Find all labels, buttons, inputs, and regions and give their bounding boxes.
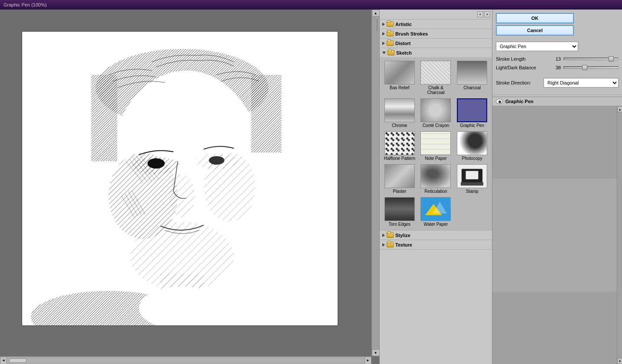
- artistic-expand-icon: [382, 23, 385, 26]
- filter-item-photocopy[interactable]: Photocopy: [455, 130, 489, 162]
- artistic-folder-icon: [387, 21, 394, 27]
- light-dark-thumb[interactable]: [582, 65, 587, 70]
- preview-scroll-down[interactable]: ▼: [617, 358, 622, 364]
- artistic-label: Artistic: [395, 22, 412, 27]
- preview-scroll-track[interactable]: [617, 112, 622, 358]
- filter-item-note[interactable]: Note Paper: [419, 130, 453, 162]
- stroke-length-value: 13: [548, 56, 561, 62]
- brush-folder-icon: [387, 31, 394, 36]
- stylize-label: Stylize: [395, 233, 410, 238]
- filter-item-stamp[interactable]: Stamp: [455, 163, 489, 195]
- preview-scrollbar[interactable]: ▲ ▼: [617, 106, 622, 364]
- scroll-up-button[interactable]: ▲: [372, 10, 380, 16]
- halftone-label: Halftone Pattern: [384, 156, 415, 161]
- charcoal-label: Charcoal: [463, 85, 481, 90]
- canvas-scroll-horizontal[interactable]: ◄ ►: [0, 356, 371, 364]
- controls-separator: [492, 94, 622, 95]
- scroll-thumb-h[interactable]: [9, 358, 26, 363]
- texture-folder-icon: [387, 242, 394, 247]
- collapse-arrows[interactable]: « »: [477, 11, 490, 17]
- filter-item-conte[interactable]: Conté Crayon: [419, 98, 453, 129]
- filter-category-sketch: Sketch Bas Relief Chalk & Charcoal: [380, 48, 492, 231]
- chrome-thumb: [384, 98, 415, 122]
- filter-item-reticulation[interactable]: Reticulation: [419, 163, 453, 195]
- canvas-area: ▲ ▼: [0, 10, 379, 364]
- reticulation-thumb: [420, 164, 451, 188]
- torn-thumb: [384, 197, 415, 221]
- scroll-track-h[interactable]: [7, 358, 365, 364]
- light-dark-value: 38: [548, 65, 561, 70]
- canvas-image: [22, 31, 338, 326]
- stroke-length-label: Stroke Length: [496, 56, 548, 62]
- scroll-left-button[interactable]: ◄: [0, 357, 7, 364]
- filter-item-torn[interactable]: Torn Edges: [382, 196, 417, 228]
- chalk-thumb: [420, 61, 451, 84]
- distort-label: Distort: [395, 41, 410, 46]
- preview-scroll-up[interactable]: ▲: [617, 106, 622, 112]
- light-dark-track[interactable]: [563, 66, 619, 69]
- filter-item-plaster[interactable]: Plaster: [382, 163, 417, 195]
- filter-category-stylize-header[interactable]: Stylize: [380, 231, 492, 240]
- stroke-direction-select[interactable]: Right Diagonal Left Diagonal Horizontal …: [544, 78, 619, 88]
- chrome-label: Chrome: [392, 123, 407, 128]
- filter-item-graphic-pen[interactable]: Graphic Pen: [455, 98, 489, 129]
- filter-list-scroll[interactable]: Artistic Brush Strokes: [380, 20, 492, 363]
- filter-category-artistic: Artistic: [380, 20, 492, 29]
- preview-label: Graphic Pen: [505, 99, 534, 104]
- sketch-expand-icon: [382, 52, 386, 54]
- plaster-thumb: [384, 164, 415, 188]
- filter-item-charcoal[interactable]: Charcoal: [455, 60, 489, 96]
- stroke-length-track[interactable]: [563, 58, 619, 60]
- photocopy-label: Photocopy: [462, 156, 482, 161]
- stroke-length-thumb[interactable]: [609, 56, 614, 62]
- filter-category-texture-header[interactable]: Texture: [380, 240, 492, 249]
- stylize-expand-icon: [382, 234, 385, 237]
- canvas-scroll-vertical[interactable]: ▲ ▼: [371, 10, 379, 356]
- filter-list-header: « »: [380, 10, 492, 20]
- svg-point-19: [147, 158, 165, 169]
- filter-category-sketch-header[interactable]: Sketch: [380, 48, 492, 57]
- filter-item-bas-relief[interactable]: Bas Relief: [382, 60, 417, 96]
- filter-select[interactable]: Graphic Pen Bas Relief Chalk & Charcoal …: [496, 42, 578, 51]
- preview-row: ▲ ▼: [492, 106, 622, 364]
- filter-category-brush-header[interactable]: Brush Strokes: [380, 29, 492, 38]
- sketch-items-grid: Bas Relief Chalk & Charcoal Charcoal: [380, 57, 492, 230]
- filter-category-stylize: Stylize: [380, 231, 492, 240]
- scroll-right-button[interactable]: ►: [365, 357, 371, 364]
- filter-item-halftone[interactable]: Halftone Pattern: [382, 130, 417, 162]
- right-panel: « » Artistic: [379, 10, 622, 364]
- filter-dropdown-area: Graphic Pen Bas Relief Chalk & Charcoal …: [492, 39, 622, 54]
- scroll-down-button[interactable]: ▼: [372, 349, 380, 356]
- preview-header: Graphic Pen: [492, 97, 622, 106]
- scroll-thumb-v[interactable]: [377, 19, 378, 32]
- bas-relief-label: Bas Relief: [390, 85, 410, 90]
- distort-expand-icon: [382, 42, 385, 45]
- preview-content: [492, 106, 617, 364]
- main-layout: ▲ ▼: [0, 10, 622, 364]
- collapse-left-button[interactable]: «: [477, 11, 483, 17]
- conte-label: Conté Crayon: [423, 123, 449, 128]
- halftone-thumb: [384, 131, 415, 155]
- ok-button[interactable]: OK: [496, 13, 574, 23]
- filter-list: « » Artistic: [380, 10, 492, 364]
- collapse-right-button[interactable]: »: [484, 11, 490, 17]
- cancel-button[interactable]: Cancel: [496, 25, 574, 36]
- svg-rect-6: [91, 75, 117, 161]
- ok-cancel-area: OK Cancel: [492, 10, 622, 39]
- filter-category-artistic-header[interactable]: Artistic: [380, 20, 492, 29]
- bas-relief-thumb: [384, 61, 415, 84]
- note-label: Note Paper: [425, 156, 447, 161]
- stamp-label: Stamp: [466, 189, 479, 194]
- stylize-folder-icon: [387, 232, 394, 238]
- filter-item-water[interactable]: Water Paper: [419, 196, 453, 228]
- filter-item-chrome[interactable]: Chrome: [382, 98, 417, 129]
- preview-panel: Graphic Pen: [492, 97, 622, 364]
- note-thumb: [420, 131, 451, 155]
- water-label: Water Paper: [424, 222, 448, 227]
- filter-category-distort-header[interactable]: Distort: [380, 39, 492, 48]
- filter-category-brush: Brush Strokes: [380, 29, 492, 39]
- distort-folder-icon: [387, 40, 394, 46]
- controls-panel: OK Cancel Graphic Pen Bas Relief Chalk &…: [492, 10, 622, 364]
- sketch-label: Sketch: [396, 50, 412, 55]
- filter-item-chalk[interactable]: Chalk & Charcoal: [419, 60, 453, 96]
